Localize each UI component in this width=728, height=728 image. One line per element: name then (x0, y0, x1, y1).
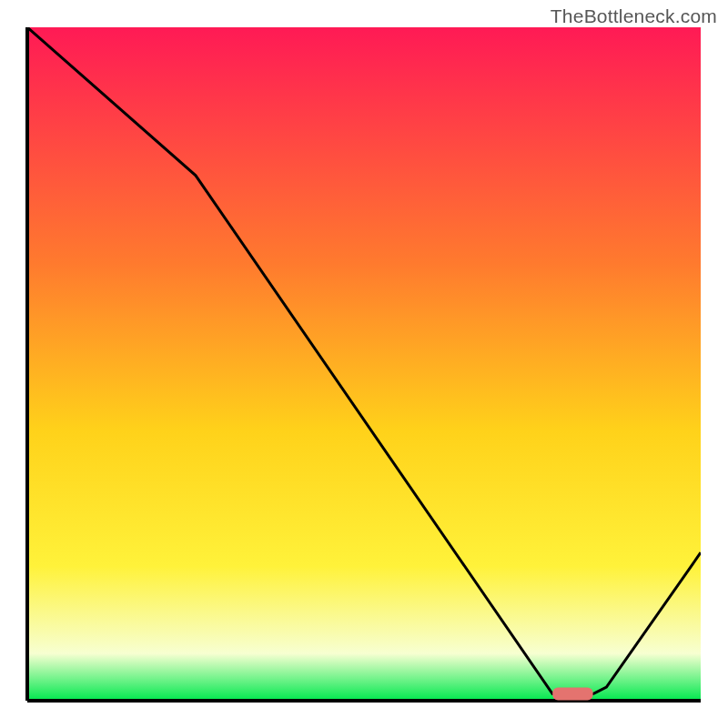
bottleneck-chart (0, 0, 728, 728)
optimal-marker (552, 688, 592, 701)
chart-container: TheBottleneck.com (0, 0, 728, 728)
watermark-text: TheBottleneck.com (551, 5, 717, 27)
plot-background (27, 27, 701, 701)
